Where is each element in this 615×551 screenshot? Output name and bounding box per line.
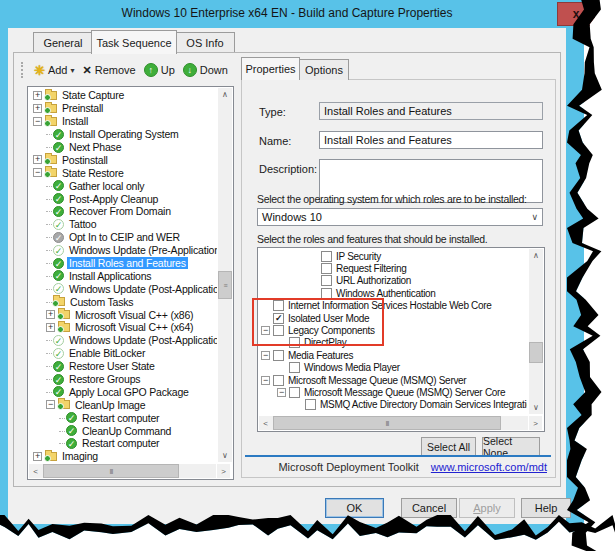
expand-plus-icon[interactable]: + (46, 310, 55, 319)
collapse-minus-icon[interactable]: − (33, 168, 42, 177)
tree-item[interactable]: +Microsoft Visual C++ (x64) (29, 321, 217, 334)
expand-plus-icon[interactable]: + (33, 452, 42, 461)
tree-scroll-left-icon[interactable]: < (29, 464, 42, 478)
role-feature-row[interactable]: −Microsoft Message Queue (MSMQ) Server C… (259, 386, 527, 398)
tree-connector (46, 223, 52, 225)
cancel-button[interactable]: Cancel (401, 498, 457, 518)
expand-plus-icon[interactable]: + (33, 104, 42, 113)
roles-scroll-up-icon[interactable]: ∧ (529, 249, 543, 262)
expand-plus-icon[interactable]: + (33, 91, 42, 100)
collapse-minus-icon[interactable]: − (277, 388, 286, 397)
roles-hscroll-thumb[interactable]: III (273, 416, 501, 430)
tree-item[interactable]: −State Restore (29, 166, 217, 179)
tree-item[interactable]: +Preinstall (29, 102, 217, 115)
checkbox[interactable] (321, 275, 332, 286)
tree-item[interactable]: ✓Restore Groups (29, 373, 217, 386)
checkbox[interactable] (273, 375, 284, 386)
expand-plus-icon[interactable]: + (46, 323, 55, 332)
tree-item[interactable]: ✓Apply Local GPO Package (29, 385, 217, 398)
tree-item[interactable]: +Postinstall (29, 153, 217, 166)
tree-connector (59, 430, 65, 432)
checkbox[interactable] (289, 387, 300, 398)
tree-scroll-up-icon[interactable]: ∧ (218, 88, 232, 101)
checkbox[interactable] (321, 263, 332, 274)
close-button[interactable]: x (557, 2, 595, 26)
tree-item[interactable]: −CleanUp Image (29, 398, 217, 411)
tab-options[interactable]: Options (299, 59, 349, 80)
roles-scroll-down-icon[interactable]: ∨ (529, 401, 543, 414)
checkbox[interactable] (273, 350, 284, 361)
tree-item[interactable]: ✓Windows Update (Pre-Application Inst (29, 244, 217, 257)
tree-item[interactable]: ✓CleanUp Command (29, 424, 217, 437)
role-feature-row[interactable]: Request Filtering (259, 262, 527, 274)
os-select-dropdown[interactable]: Windows 10 ∨ (257, 208, 543, 226)
tree-item[interactable]: ✓Restart computer (29, 411, 217, 424)
tree-rows: +State Capture+Preinstall−Install✓Instal… (29, 89, 217, 463)
tree-item[interactable]: ✓Next Phase (29, 141, 217, 154)
tree-item[interactable]: +Imaging (29, 450, 217, 463)
add-button[interactable]: ✳ Add ▾ (32, 62, 77, 79)
role-feature-row[interactable]: URL Authorization (259, 275, 527, 287)
role-feature-row[interactable]: MSMQ Active Directory Domain Services In… (259, 399, 527, 411)
tree-hscroll-thumb[interactable]: III (43, 464, 179, 478)
tree-connector (46, 352, 52, 354)
collapse-minus-icon[interactable]: − (33, 117, 42, 126)
tree-item[interactable]: +Microsoft Visual C++ (x86) (29, 308, 217, 321)
roles-vscroll-track[interactable] (529, 262, 543, 401)
tab-task-sequence[interactable]: Task Sequence (91, 30, 177, 54)
tree-item[interactable]: ✓Gather local only (29, 179, 217, 192)
role-feature-row[interactable]: IP Security (259, 250, 527, 262)
collapse-minus-icon[interactable]: − (261, 351, 270, 360)
checkbox[interactable] (305, 399, 316, 410)
roles-scroll-right-icon[interactable]: > (529, 416, 542, 430)
tree-item[interactable]: ✓Tattoo (29, 218, 217, 231)
tree-item[interactable]: ✓Recover From Domain (29, 205, 217, 218)
checkbox[interactable] (289, 362, 300, 373)
tree-item[interactable]: ✓Restart computer (29, 437, 217, 450)
down-button[interactable]: ↓ Down (181, 62, 230, 78)
tree-item[interactable]: Custom Tasks (29, 295, 217, 308)
ok-button[interactable]: OK (325, 498, 384, 518)
name-input[interactable]: Install Roles and Features (319, 131, 543, 149)
tree-item[interactable]: −Install (29, 115, 217, 128)
collapse-minus-icon[interactable]: − (261, 376, 270, 385)
remove-button[interactable]: ✕ Remove (81, 63, 138, 78)
role-feature-label: Media Features (288, 350, 353, 361)
down-label: Down (200, 64, 228, 76)
tree-item[interactable]: ✓Install Operating System (29, 128, 217, 141)
select-all-button[interactable]: Select All (421, 437, 476, 456)
tree-vscroll-thumb[interactable]: ≡ (218, 271, 232, 299)
roles-vscroll-thumb[interactable] (529, 342, 543, 363)
collapse-minus-icon[interactable]: − (46, 400, 55, 409)
tree-item[interactable]: ✓Enable BitLocker (29, 347, 217, 360)
tree-item[interactable]: ✓Post-Apply Cleanup (29, 192, 217, 205)
expand-plus-icon[interactable]: + (33, 155, 42, 164)
tree-scroll-right-icon[interactable]: > (217, 464, 230, 478)
up-arrow-icon: ↑ (144, 63, 158, 77)
role-feature-row[interactable]: −Microsoft Message Queue (MSMQ) Server (259, 374, 527, 386)
tree-item[interactable]: ✓Windows Update (Post-Application Ins (29, 334, 217, 347)
up-button[interactable]: ↑ Up (142, 62, 177, 78)
tree-scroll-down-icon[interactable]: ∨ (218, 449, 232, 462)
tree-item[interactable]: +State Capture (29, 89, 217, 102)
help-button[interactable]: Help (521, 498, 571, 518)
group-folder-icon (45, 452, 57, 461)
tree-item[interactable]: ✓Install Roles and Features (29, 257, 217, 270)
tree-item-label: Imaging (60, 450, 100, 462)
tab-properties[interactable]: Properties (241, 57, 300, 80)
tree-item[interactable]: ✓Opt In to CEIP and WER (29, 231, 217, 244)
role-feature-row[interactable]: Windows Media Player (259, 362, 527, 374)
select-none-button[interactable]: Select None (482, 437, 540, 456)
roles-scroll-left-icon[interactable]: < (259, 416, 272, 430)
tab-os-info[interactable]: OS Info (175, 32, 235, 52)
mdt-footer-link[interactable]: www.microsoft.com/mdt (431, 461, 547, 473)
step-check-icon: ✓ (66, 438, 77, 449)
apply-button[interactable]: Apply (459, 498, 515, 518)
tree-item[interactable]: ✓Restore User State (29, 360, 217, 373)
tree-item[interactable]: ✓Windows Update (Post-Application Ins (29, 282, 217, 295)
step-check-icon: ✓ (53, 374, 64, 385)
tree-item[interactable]: ✓Install Applications (29, 269, 217, 282)
tab-general[interactable]: General (33, 32, 93, 52)
checkbox[interactable] (321, 251, 332, 262)
role-feature-row[interactable]: −Media Features (259, 349, 527, 361)
